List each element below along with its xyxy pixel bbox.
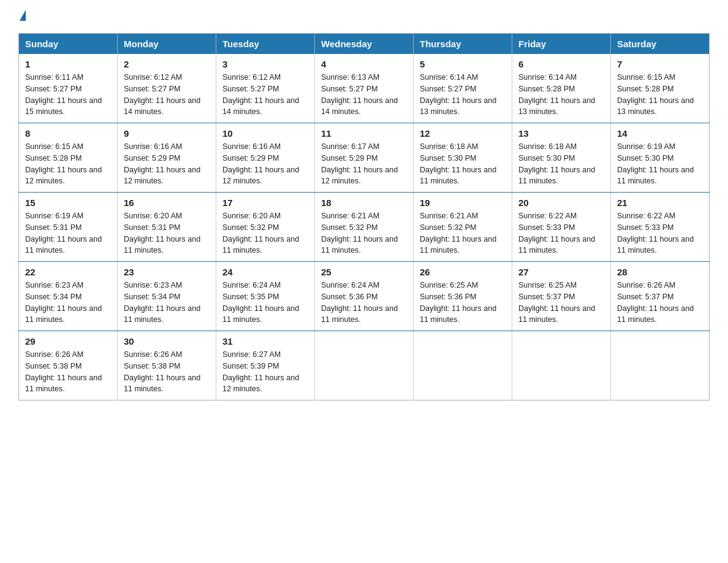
calendar-cell (512, 331, 611, 400)
day-number: 27 (518, 267, 604, 277)
day-info: Sunrise: 6:12 AMSunset: 5:27 PMDaylight:… (222, 73, 299, 116)
day-info: Sunrise: 6:16 AMSunset: 5:29 PMDaylight:… (124, 142, 200, 185)
calendar-header-thursday: Thursday (414, 34, 512, 55)
day-info: Sunrise: 6:17 AMSunset: 5:29 PMDaylight:… (321, 142, 398, 185)
day-number: 30 (124, 336, 210, 347)
day-info: Sunrise: 6:18 AMSunset: 5:30 PMDaylight:… (420, 142, 496, 185)
calendar-cell: 29 Sunrise: 6:26 AMSunset: 5:38 PMDaylig… (19, 331, 118, 400)
day-info: Sunrise: 6:13 AMSunset: 5:27 PMDaylight:… (321, 73, 398, 116)
calendar-week-row-1: 1 Sunrise: 6:11 AMSunset: 5:27 PMDayligh… (19, 54, 710, 123)
day-info: Sunrise: 6:15 AMSunset: 5:28 PMDaylight:… (25, 142, 102, 185)
calendar-header-row: SundayMondayTuesdayWednesdayThursdayFrid… (19, 34, 710, 55)
day-number: 7 (617, 59, 703, 69)
day-number: 29 (25, 336, 111, 347)
calendar-cell: 24 Sunrise: 6:24 AMSunset: 5:35 PMDaylig… (216, 262, 315, 331)
calendar-cell: 28 Sunrise: 6:26 AMSunset: 5:37 PMDaylig… (611, 262, 710, 331)
calendar-cell: 27 Sunrise: 6:25 AMSunset: 5:37 PMDaylig… (512, 262, 611, 331)
calendar-week-row-4: 22 Sunrise: 6:23 AMSunset: 5:34 PMDaylig… (19, 262, 710, 331)
day-number: 25 (321, 267, 407, 277)
day-number: 20 (518, 197, 604, 208)
calendar-cell: 1 Sunrise: 6:11 AMSunset: 5:27 PMDayligh… (19, 54, 118, 123)
calendar-table: SundayMondayTuesdayWednesdayThursdayFrid… (18, 33, 710, 400)
day-info: Sunrise: 6:11 AMSunset: 5:27 PMDaylight:… (25, 73, 102, 116)
day-info: Sunrise: 6:18 AMSunset: 5:30 PMDaylight:… (518, 142, 595, 185)
day-info: Sunrise: 6:21 AMSunset: 5:32 PMDaylight:… (420, 212, 496, 255)
calendar-week-row-2: 8 Sunrise: 6:15 AMSunset: 5:28 PMDayligh… (19, 123, 710, 193)
day-info: Sunrise: 6:26 AMSunset: 5:38 PMDaylight:… (25, 350, 102, 393)
calendar-header-monday: Monday (118, 34, 216, 55)
day-number: 15 (25, 197, 111, 208)
day-info: Sunrise: 6:24 AMSunset: 5:36 PMDaylight:… (321, 281, 398, 324)
calendar-cell: 19 Sunrise: 6:21 AMSunset: 5:32 PMDaylig… (414, 193, 512, 262)
calendar-header-saturday: Saturday (611, 34, 710, 55)
day-info: Sunrise: 6:21 AMSunset: 5:32 PMDaylight:… (321, 212, 398, 255)
day-number: 21 (617, 197, 703, 208)
day-number: 10 (222, 128, 308, 139)
day-number: 3 (222, 59, 308, 69)
calendar-cell: 5 Sunrise: 6:14 AMSunset: 5:27 PMDayligh… (414, 54, 512, 123)
day-info: Sunrise: 6:23 AMSunset: 5:34 PMDaylight:… (124, 281, 200, 324)
day-info: Sunrise: 6:24 AMSunset: 5:35 PMDaylight:… (222, 281, 299, 324)
calendar-cell (315, 331, 414, 400)
day-info: Sunrise: 6:27 AMSunset: 5:39 PMDaylight:… (222, 350, 299, 393)
calendar-header-wednesday: Wednesday (315, 34, 414, 55)
calendar-cell: 8 Sunrise: 6:15 AMSunset: 5:28 PMDayligh… (19, 123, 118, 193)
day-number: 26 (420, 267, 506, 277)
calendar-week-row-3: 15 Sunrise: 6:19 AMSunset: 5:31 PMDaylig… (19, 193, 710, 262)
day-info: Sunrise: 6:19 AMSunset: 5:30 PMDaylight:… (617, 142, 694, 185)
day-number: 14 (617, 128, 703, 139)
calendar-header-sunday: Sunday (19, 34, 118, 55)
calendar-cell: 4 Sunrise: 6:13 AMSunset: 5:27 PMDayligh… (315, 54, 414, 123)
day-number: 9 (124, 128, 210, 139)
calendar-cell (414, 331, 512, 400)
calendar-week-row-5: 29 Sunrise: 6:26 AMSunset: 5:38 PMDaylig… (19, 331, 710, 400)
day-info: Sunrise: 6:19 AMSunset: 5:31 PMDaylight:… (25, 212, 102, 255)
calendar-header-tuesday: Tuesday (216, 34, 315, 55)
calendar-cell: 25 Sunrise: 6:24 AMSunset: 5:36 PMDaylig… (315, 262, 414, 331)
day-number: 12 (420, 128, 506, 139)
day-info: Sunrise: 6:20 AMSunset: 5:32 PMDaylight:… (222, 212, 299, 255)
calendar-cell: 22 Sunrise: 6:23 AMSunset: 5:34 PMDaylig… (19, 262, 118, 331)
day-number: 28 (617, 267, 703, 277)
day-info: Sunrise: 6:12 AMSunset: 5:27 PMDaylight:… (124, 73, 200, 116)
calendar-cell: 7 Sunrise: 6:15 AMSunset: 5:28 PMDayligh… (611, 54, 710, 123)
day-info: Sunrise: 6:15 AMSunset: 5:28 PMDaylight:… (617, 73, 694, 116)
day-number: 13 (518, 128, 604, 139)
day-number: 24 (222, 267, 308, 277)
day-number: 18 (321, 197, 407, 208)
calendar-cell: 23 Sunrise: 6:23 AMSunset: 5:34 PMDaylig… (118, 262, 216, 331)
calendar-cell: 13 Sunrise: 6:18 AMSunset: 5:30 PMDaylig… (512, 123, 611, 193)
logo (18, 12, 26, 21)
day-number: 5 (420, 59, 506, 69)
calendar-cell (611, 331, 710, 400)
calendar-cell: 3 Sunrise: 6:12 AMSunset: 5:27 PMDayligh… (216, 54, 315, 123)
calendar-cell: 21 Sunrise: 6:22 AMSunset: 5:33 PMDaylig… (611, 193, 710, 262)
day-number: 17 (222, 197, 308, 208)
calendar-cell: 15 Sunrise: 6:19 AMSunset: 5:31 PMDaylig… (19, 193, 118, 262)
day-info: Sunrise: 6:26 AMSunset: 5:37 PMDaylight:… (617, 281, 694, 324)
day-number: 19 (420, 197, 506, 208)
calendar-cell: 31 Sunrise: 6:27 AMSunset: 5:39 PMDaylig… (216, 331, 315, 400)
day-info: Sunrise: 6:25 AMSunset: 5:36 PMDaylight:… (420, 281, 496, 324)
calendar-cell: 12 Sunrise: 6:18 AMSunset: 5:30 PMDaylig… (414, 123, 512, 193)
day-info: Sunrise: 6:22 AMSunset: 5:33 PMDaylight:… (518, 212, 595, 255)
day-info: Sunrise: 6:16 AMSunset: 5:29 PMDaylight:… (222, 142, 299, 185)
calendar-cell: 17 Sunrise: 6:20 AMSunset: 5:32 PMDaylig… (216, 193, 315, 262)
day-number: 2 (124, 59, 210, 69)
calendar-cell: 30 Sunrise: 6:26 AMSunset: 5:38 PMDaylig… (118, 331, 216, 400)
day-number: 8 (25, 128, 111, 139)
day-number: 11 (321, 128, 407, 139)
day-number: 16 (124, 197, 210, 208)
day-number: 1 (25, 59, 111, 69)
calendar-cell: 2 Sunrise: 6:12 AMSunset: 5:27 PMDayligh… (118, 54, 216, 123)
page-header (18, 12, 710, 21)
day-info: Sunrise: 6:22 AMSunset: 5:33 PMDaylight:… (617, 212, 694, 255)
calendar-header-friday: Friday (512, 34, 611, 55)
day-info: Sunrise: 6:25 AMSunset: 5:37 PMDaylight:… (518, 281, 595, 324)
calendar-cell: 9 Sunrise: 6:16 AMSunset: 5:29 PMDayligh… (118, 123, 216, 193)
calendar-cell: 18 Sunrise: 6:21 AMSunset: 5:32 PMDaylig… (315, 193, 414, 262)
day-number: 4 (321, 59, 407, 69)
calendar-cell: 10 Sunrise: 6:16 AMSunset: 5:29 PMDaylig… (216, 123, 315, 193)
day-info: Sunrise: 6:14 AMSunset: 5:27 PMDaylight:… (420, 73, 496, 116)
calendar-cell: 16 Sunrise: 6:20 AMSunset: 5:31 PMDaylig… (118, 193, 216, 262)
